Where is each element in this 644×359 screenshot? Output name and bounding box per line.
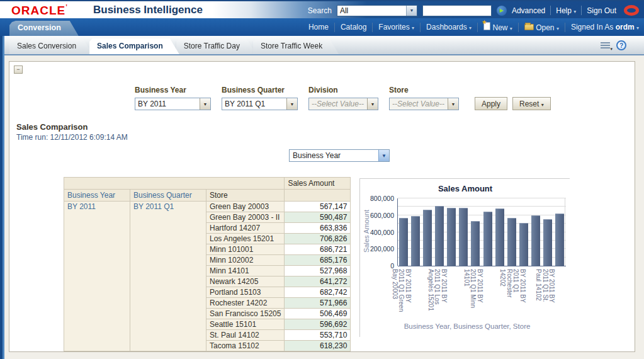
store-cell: Seattle 15101 — [206, 319, 285, 330]
page-options-icon[interactable] — [601, 42, 610, 49]
page-title: Business Intelligence — [93, 4, 203, 16]
chevron-down-icon[interactable]: ▼ — [286, 98, 297, 110]
x-tick-label: BY 2011 BY 2011 Q1 Green Bay 20003 — [391, 269, 411, 316]
chart-bar[interactable] — [495, 208, 504, 266]
nav-home-link[interactable]: Home — [308, 23, 329, 31]
search-input[interactable] — [422, 5, 492, 16]
view-selector[interactable]: Business Year ▼ — [289, 149, 390, 162]
x-tick-label: BY 2011 BY 2011 Q1 Rochester 14202 — [499, 269, 526, 316]
chart-bar[interactable] — [435, 206, 444, 266]
chart-bar[interactable] — [531, 215, 540, 266]
divider — [565, 23, 565, 32]
chart-bar[interactable] — [519, 223, 528, 266]
sales-amount-cell: 590,487 — [285, 212, 351, 223]
y-tick-label: 800,000 — [370, 195, 394, 202]
business-year-select[interactable]: BY 2011 ▼ — [135, 98, 211, 110]
prompt-store: Store --Select Value-- ▼ — [389, 86, 459, 110]
business-year-header[interactable]: Business Year — [64, 190, 130, 202]
chart-yticks: 800,000600,000400,000200,0000 — [363, 198, 394, 266]
chart-bar[interactable] — [471, 221, 480, 266]
store-cell: Minn 14101 — [206, 266, 285, 276]
chart-title: Sales Amount — [360, 184, 570, 193]
table-header-row-2: Business Year Business Quarter Store — [64, 190, 351, 202]
gridline — [398, 198, 566, 198]
sales-amount-cell: 686,721 — [285, 244, 351, 255]
sales-amount-cell: 596,692 — [285, 319, 351, 330]
search-go-button[interactable]: ▶ — [497, 6, 507, 16]
sales-amount-cell: 527,968 — [285, 266, 351, 276]
divider — [581, 6, 582, 15]
logo-mark-icon: ’ — [65, 4, 68, 11]
chevron-down-icon: ▼ — [367, 98, 378, 110]
apply-button[interactable]: Apply — [475, 97, 507, 110]
chevron-down-icon[interactable]: ▼ — [200, 98, 210, 110]
search-go-icon: ▶ — [500, 8, 504, 13]
chevron-down-icon: ▾ — [636, 25, 639, 31]
chart-bar[interactable] — [507, 218, 516, 266]
tab-sales-conversion[interactable]: Sales Conversion — [9, 38, 93, 54]
chevron-down-icon: ▾ — [541, 102, 544, 108]
chart-bar[interactable] — [423, 210, 432, 266]
prompt-division: Division --Select Value-- ▼ — [308, 86, 378, 110]
advanced-link[interactable]: Advanced — [512, 6, 545, 15]
sales-amount-cell: 571,966 — [285, 298, 351, 309]
store-cell: Los Angeles 15201 — [206, 234, 285, 244]
prompt-label: Business Year — [135, 86, 211, 94]
section-title: Sales Comparison — [16, 122, 88, 132]
new-document-icon: ★ — [483, 22, 490, 30]
store-cell: San Francisco 15205 — [206, 309, 285, 319]
prompt-label: Store — [389, 86, 459, 94]
business-year-cell[interactable]: BY 2011 — [64, 202, 130, 351]
search-scope-select[interactable]: All ▼ — [337, 5, 417, 16]
nav-open-menu[interactable]: Open ▾ — [524, 22, 559, 32]
sales-amount-cell: 618,230 — [285, 341, 351, 351]
chart-bar[interactable] — [399, 218, 408, 266]
y-tick-label: 400,000 — [370, 229, 394, 236]
chart-bar[interactable] — [447, 208, 456, 266]
chevron-down-icon: ▼ — [448, 98, 458, 110]
divider — [518, 23, 519, 32]
collapse-pane-button[interactable]: − — [14, 66, 23, 74]
business-quarter-select[interactable]: BY 2011 Q1 ▼ — [222, 98, 298, 110]
search-label: Search — [308, 6, 332, 15]
nav-catalog-link[interactable]: Catalog — [341, 23, 366, 31]
prompt-label: Division — [308, 86, 378, 94]
help-icon[interactable]: ? — [616, 40, 626, 50]
chart-bar[interactable] — [459, 208, 468, 266]
chart-bar[interactable] — [555, 214, 564, 266]
oracle-o-logo-icon — [624, 5, 639, 16]
nav-dashboards-menu[interactable]: Dashboards ▾ — [426, 23, 472, 31]
tab-store-traffic-day[interactable]: Store Traffic Day — [176, 38, 256, 54]
dashboard-page-tab-conversion[interactable]: Conversion — [9, 21, 79, 36]
y-tick-label: 200,000 — [370, 245, 394, 253]
open-folder-icon — [524, 24, 534, 30]
divider — [477, 23, 478, 32]
x-tick-label: BY 2011 BY 2011 Q1 Los Angeles 15201 — [427, 269, 447, 316]
prompt-business-year: Business Year BY 2011 ▼ — [135, 86, 211, 110]
sales-amount-cell: 685,176 — [285, 255, 351, 266]
tab-store-traffic-week[interactable]: Store Traffic Week — [253, 38, 339, 54]
chevron-down-icon[interactable]: ▼ — [406, 6, 417, 16]
chart-plot — [397, 198, 565, 266]
tab-sales-comparison[interactable]: Sales Comparison — [89, 38, 179, 54]
store-cell: Rochester 14202 — [206, 298, 285, 309]
signed-in-menu[interactable]: Signed In As ordm ▾ — [571, 23, 639, 31]
sales-amount-cell: 567,147 — [285, 202, 351, 212]
help-menu[interactable]: Help ▾ — [556, 6, 576, 15]
nav-favorites-menu[interactable]: Favorites ▾ — [378, 23, 414, 31]
nav-new-menu[interactable]: ★ New ▾ — [483, 22, 512, 32]
store-cell: St. Paul 14102 — [206, 330, 285, 341]
business-quarter-cell[interactable]: BY 2011 Q1 — [130, 202, 206, 351]
star-icon: ★ — [482, 19, 487, 25]
header-toolbar: Search All ▼ ▶ Advanced Help ▾ Sign Out — [308, 1, 639, 20]
business-quarter-header[interactable]: Business Quarter — [130, 190, 206, 202]
chart-bar[interactable] — [411, 216, 420, 266]
reset-button[interactable]: Reset ▾ — [512, 97, 551, 110]
table-row: BY 2011BY 2011 Q1Green Bay 20003567,147 — [64, 202, 351, 212]
sign-out-link[interactable]: Sign Out — [587, 6, 616, 15]
chart-bar[interactable] — [543, 219, 552, 266]
chevron-down-icon[interactable]: ▼ — [378, 150, 389, 161]
sales-comparison-table: Sales Amount Business Year Business Quar… — [64, 177, 351, 351]
sales-amount-chart: Sales Amount Sales Amount 800,000600,000… — [359, 178, 570, 337]
chart-bar[interactable] — [483, 212, 492, 266]
